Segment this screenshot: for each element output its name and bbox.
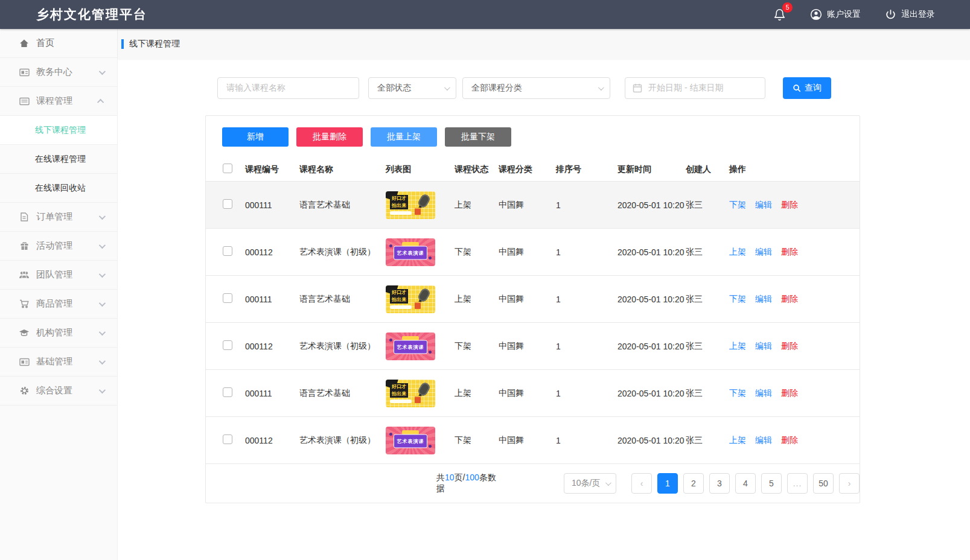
- column-header-0: 课程编号: [245, 164, 299, 175]
- sidebar-item-organization-management[interactable]: 机构管理: [0, 319, 117, 348]
- delete-link[interactable]: 删除: [781, 388, 798, 399]
- page-button-3[interactable]: 3: [709, 473, 730, 494]
- list-icon: [18, 97, 30, 106]
- chevron-up-icon: [97, 98, 104, 105]
- batch-unpublish-button[interactable]: 批量下架: [445, 127, 511, 147]
- sort-number-cell: 1: [556, 342, 613, 351]
- logout-button[interactable]: 退出登录: [885, 9, 935, 21]
- thumbnail-text: 艺术表演课: [394, 434, 427, 448]
- course-image-cell: 好口才拍出来: [386, 191, 455, 219]
- unpublish-link[interactable]: 下架: [729, 388, 746, 399]
- edit-link[interactable]: 编辑: [755, 341, 772, 352]
- table-row: 000112艺术表演课（初级）艺术表演课下架中国舞12020-05-01 10:…: [206, 323, 860, 370]
- add-button[interactable]: 新增: [222, 127, 289, 147]
- edit-link[interactable]: 编辑: [755, 247, 772, 258]
- ellipsis-button[interactable]: ...: [787, 473, 808, 494]
- edit-link[interactable]: 编辑: [755, 294, 772, 305]
- batch-delete-button[interactable]: 批量删除: [296, 127, 363, 147]
- delete-link[interactable]: 删除: [781, 294, 798, 305]
- power-icon: [885, 9, 896, 21]
- thumbnail-text: 拍出来: [390, 202, 408, 209]
- unpublish-link[interactable]: 下架: [729, 294, 746, 305]
- search-button[interactable]: 查询: [783, 77, 831, 99]
- sidebar-subitem-online-course[interactable]: 在线课程管理: [0, 145, 117, 174]
- row-checkbox[interactable]: [223, 387, 232, 397]
- edit-link[interactable]: 编辑: [755, 435, 772, 446]
- page-button-2[interactable]: 2: [683, 473, 704, 494]
- chevron-down-icon: [99, 270, 106, 277]
- course-status-cell: 下架: [455, 341, 499, 352]
- row-checkbox[interactable]: [223, 340, 232, 350]
- delete-link[interactable]: 删除: [781, 341, 798, 352]
- status-select-value: 全部状态: [377, 83, 411, 94]
- page-size-select[interactable]: 10条/页: [564, 473, 616, 494]
- publish-link[interactable]: 上架: [729, 341, 746, 352]
- publish-link[interactable]: 上架: [729, 435, 746, 446]
- creator-cell: 张三: [686, 200, 729, 211]
- sidebar-item-course-management[interactable]: 课程管理: [0, 87, 117, 116]
- pager: ‹12345...50›: [631, 473, 860, 494]
- thumbnail-text: 拍出来: [390, 296, 408, 304]
- sidebar-item-general-settings[interactable]: 综合设置: [0, 377, 117, 406]
- sidebar-item-basic-management[interactable]: 基础管理: [0, 348, 117, 377]
- sidebar-item-team-management[interactable]: 团队管理: [0, 261, 117, 290]
- select-all-checkbox[interactable]: [223, 164, 232, 173]
- thumbnail-text: 拍出来: [390, 390, 408, 398]
- sidebar-item-goods-management[interactable]: 商品管理: [0, 290, 117, 319]
- chevron-down-icon: [99, 386, 106, 393]
- sidebar-item-label: 商品管理: [36, 298, 72, 310]
- pagination-bar: 共10页/100条数据 10条/页 ‹12345...50›: [206, 464, 860, 503]
- sidebar-item-home[interactable]: 首页: [0, 29, 117, 58]
- next-page-button[interactable]: ›: [839, 473, 860, 494]
- row-checkbox[interactable]: [223, 434, 232, 444]
- sidebar-item-label: 机构管理: [36, 327, 72, 339]
- notifications-button[interactable]: 5: [773, 8, 786, 22]
- thumbnail-decoration: [402, 430, 419, 434]
- page-button-50[interactable]: 50: [813, 473, 834, 494]
- page-button-5[interactable]: 5: [761, 473, 782, 494]
- account-settings-button[interactable]: 账户设置: [810, 8, 861, 21]
- course-category-cell: 中国舞: [499, 294, 556, 305]
- sidebar-item-order-management[interactable]: 订单管理: [0, 203, 117, 232]
- sidebar-item-academic-center[interactable]: 教务中心: [0, 58, 117, 87]
- row-checkbox[interactable]: [223, 293, 232, 303]
- gear-icon: [18, 386, 30, 396]
- category-select[interactable]: 全部课程分类: [462, 77, 610, 99]
- column-header-1: 课程名称: [299, 164, 386, 175]
- row-checkbox[interactable]: [223, 199, 232, 209]
- course-image-cell: 艺术表演课: [386, 332, 455, 360]
- course-name-cell: 语言艺术基础: [299, 293, 386, 305]
- publish-link[interactable]: 上架: [729, 247, 746, 258]
- toolbar: 新增 批量删除 批量上架 批量下架: [206, 116, 860, 147]
- delete-link[interactable]: 删除: [781, 435, 798, 446]
- delete-link[interactable]: 删除: [781, 200, 798, 211]
- course-id-cell: 000111: [245, 294, 299, 304]
- course-name-input[interactable]: 请输入课程名称: [217, 77, 359, 99]
- course-table-card: 新增 批量删除 批量上架 批量下架 课程编号课程名称列表图课程状态课程分类排序号…: [205, 115, 860, 503]
- microphone-icon: [417, 287, 432, 303]
- update-time-cell: 2020-05-01 10:20: [613, 200, 686, 210]
- thumbnail-decoration: [415, 302, 421, 309]
- delete-link[interactable]: 删除: [781, 247, 798, 258]
- chevron-down-icon: [444, 84, 450, 91]
- edit-link[interactable]: 编辑: [755, 200, 772, 211]
- thumbnail-decoration: [429, 351, 432, 354]
- batch-publish-button[interactable]: 批量上架: [371, 127, 437, 147]
- chevron-down-icon: [99, 328, 106, 335]
- sidebar-subitem-online-course-recycle[interactable]: 在线课回收站: [0, 174, 117, 203]
- page-button-1[interactable]: 1: [657, 473, 678, 494]
- edit-link[interactable]: 编辑: [755, 388, 772, 399]
- school-icon: [18, 328, 30, 338]
- date-range-input[interactable]: 开始日期 - 结束日期: [625, 77, 765, 99]
- sidebar-subitem-offline-course[interactable]: 线下课程管理: [0, 116, 117, 145]
- gift-icon: [18, 241, 30, 251]
- course-name-cell: 艺术表演课（初级）: [299, 340, 386, 352]
- row-checkbox[interactable]: [223, 246, 232, 256]
- status-select[interactable]: 全部状态: [368, 77, 456, 99]
- sidebar-item-activity-management[interactable]: 活动管理: [0, 232, 117, 261]
- page-button-4[interactable]: 4: [735, 473, 756, 494]
- course-category-cell: 中国舞: [499, 200, 556, 211]
- unpublish-link[interactable]: 下架: [729, 200, 746, 211]
- prev-page-button[interactable]: ‹: [631, 473, 652, 494]
- row-select-cell: [206, 340, 245, 352]
